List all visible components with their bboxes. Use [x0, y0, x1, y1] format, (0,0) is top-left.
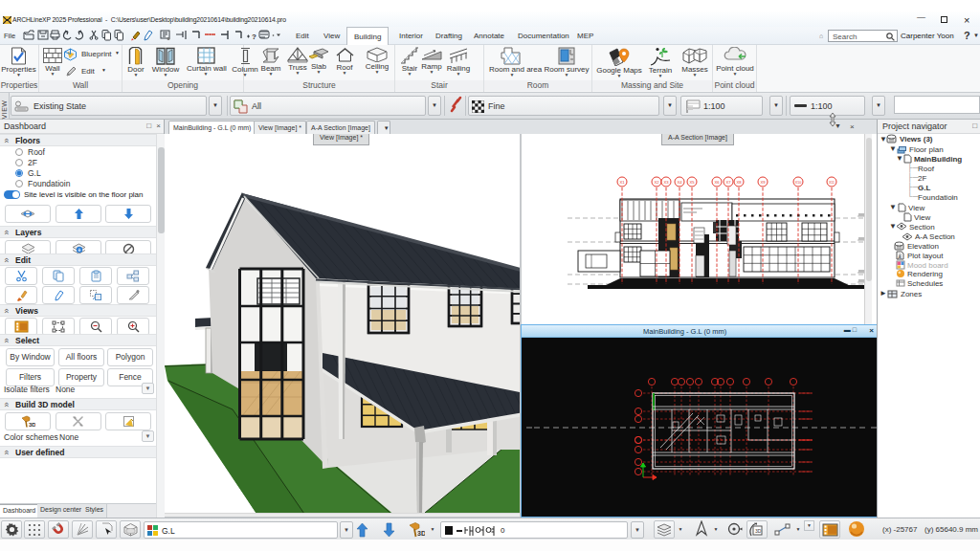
- svg-text:X9: X9: [760, 180, 766, 185]
- svg-text:X11: X11: [829, 181, 835, 185]
- svg-text:X8: X8: [736, 180, 742, 185]
- svg-text:3D: 3D: [417, 530, 425, 537]
- svg-text:X2: X2: [654, 180, 659, 185]
- svg-text:X7: X7: [725, 180, 731, 185]
- svg-text:X4: X4: [677, 180, 682, 185]
- svg-text:3D: 3D: [29, 422, 35, 428]
- svg-text:3D: 3D: [755, 528, 762, 534]
- svg-text:?: ?: [252, 33, 256, 41]
- svg-text:X6: X6: [714, 180, 720, 185]
- svg-text:X10: X10: [795, 181, 801, 185]
- svg-text:X3: X3: [663, 180, 669, 185]
- svg-text:X5: X5: [689, 180, 695, 185]
- svg-text:X1: X1: [619, 180, 625, 185]
